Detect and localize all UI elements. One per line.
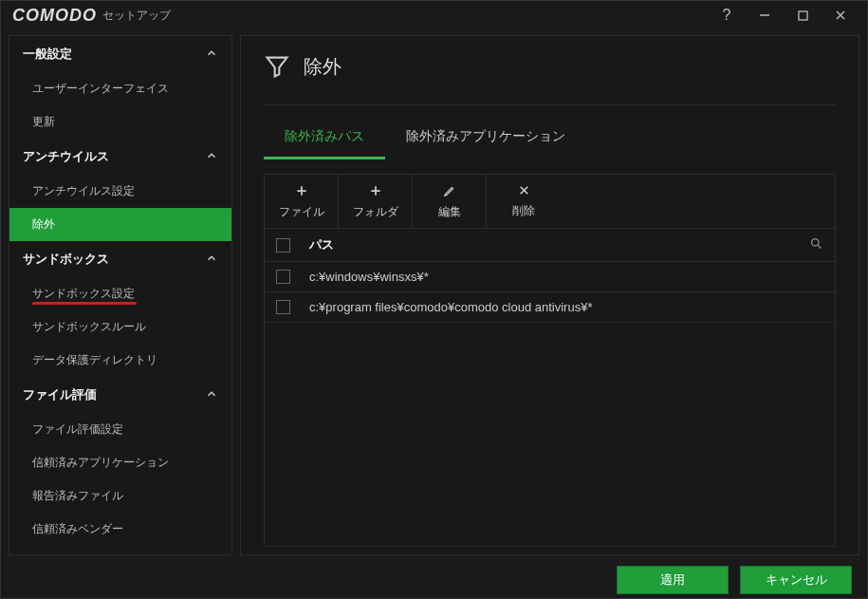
sidebar-section-header[interactable]: サンドボックス [9, 241, 231, 277]
sidebar-section-label: ファイル評価 [23, 386, 97, 403]
minimize-button[interactable] [746, 2, 784, 28]
sidebar-item[interactable]: サンドボックスルール [9, 310, 231, 344]
x-icon [518, 184, 530, 199]
sidebar-item[interactable]: 信頼済みアプリケーション [9, 446, 231, 479]
content-panel: 除外 除外済みパス除外済みアプリケーション ファイルフォルダ編集削除 パス c:… [240, 35, 859, 555]
sidebar-item-label: 除外 [32, 217, 55, 231]
help-button[interactable]: ? [708, 2, 746, 28]
column-path[interactable]: パス [309, 236, 809, 253]
row-path: c:¥program files¥comodo¥comodo cloud ant… [309, 300, 823, 314]
maximize-icon [798, 10, 808, 21]
svg-rect-0 [799, 11, 807, 20]
sidebar-item[interactable]: 信頼済みベンダー [9, 513, 231, 546]
sidebar-item-label: サンドボックス設定 [32, 287, 135, 300]
svg-point-1 [812, 239, 820, 247]
delete-button[interactable]: 削除 [487, 175, 561, 228]
logo-text: COMODO [12, 6, 97, 26]
chevron-up-icon [205, 149, 218, 165]
sidebar-section-label: サンドボックス [23, 251, 109, 268]
sidebar-item-label: データ保護ディレクトリ [32, 353, 157, 366]
tab[interactable]: 除外済みアプリケーション [385, 119, 586, 159]
minimize-icon [759, 9, 770, 21]
search-button[interactable] [809, 236, 823, 253]
add-folder-button[interactable]: フォルダ [339, 175, 413, 228]
sidebar-item[interactable]: データ保護ディレクトリ [9, 344, 231, 377]
tool-label: ファイル [279, 204, 324, 220]
sidebar-item[interactable]: ユーザーインターフェイス [9, 72, 231, 105]
sidebar-item[interactable]: 更新 [9, 105, 231, 139]
tool-label: 削除 [512, 203, 535, 219]
logo-subtitle: セットアップ [102, 8, 171, 24]
sidebar-item-label: ファイル評価設定 [32, 422, 123, 436]
sidebar-item-label: 信頼済みベンダー [32, 522, 123, 535]
sidebar-section-label: 一般設定 [23, 46, 72, 63]
sidebar-item[interactable]: 報告済みファイル [9, 479, 231, 513]
toolbar: ファイルフォルダ編集削除 [264, 174, 836, 229]
search-icon [809, 236, 823, 251]
table-header: パス [265, 229, 835, 262]
apply-button[interactable]: 適用 [617, 566, 729, 594]
close-button[interactable] [822, 2, 859, 28]
tab[interactable]: 除外済みパス [264, 119, 385, 159]
add-file-button[interactable]: ファイル [265, 175, 339, 228]
table-row[interactable]: c:¥windows¥winsxs¥* [265, 262, 835, 292]
maximize-button[interactable] [784, 2, 822, 28]
sidebar-item-label: 報告済みファイル [32, 489, 123, 502]
sidebar: 一般設定ユーザーインターフェイス更新アンチウイルスアンチウイルス設定除外サンドボ… [9, 35, 232, 555]
close-icon [835, 9, 846, 21]
titlebar: COMODO セットアップ ? [1, 1, 867, 29]
pencil-icon [443, 184, 456, 200]
edit-button[interactable]: 編集 [413, 175, 487, 228]
sidebar-item-label: ユーザーインターフェイス [32, 82, 169, 95]
sidebar-section-header[interactable]: 一般設定 [9, 36, 231, 72]
chevron-up-icon [205, 387, 218, 403]
chevron-up-icon [205, 47, 218, 63]
divider [264, 104, 836, 105]
tool-label: 編集 [438, 204, 461, 220]
sidebar-item-label: 信頼済みアプリケーション [32, 456, 169, 469]
row-checkbox[interactable] [276, 300, 290, 314]
sidebar-item-label: アンチウイルス設定 [32, 184, 135, 197]
filter-icon [264, 53, 290, 80]
footer: 適用 キャンセル [1, 561, 867, 599]
help-icon: ? [723, 7, 731, 24]
select-all-checkbox[interactable] [276, 238, 290, 253]
exclusion-table: パス c:¥windows¥winsxs¥*c:¥program files¥c… [264, 229, 836, 547]
row-checkbox[interactable] [276, 270, 290, 284]
plus-icon [369, 184, 382, 200]
sidebar-item[interactable]: 除外 [9, 208, 231, 241]
sidebar-section-header[interactable]: ファイル評価 [9, 377, 231, 413]
tool-label: フォルダ [353, 204, 398, 220]
sidebar-section-label: アンチウイルス [23, 148, 109, 165]
sidebar-item-label: 更新 [32, 115, 55, 128]
sidebar-item[interactable]: アンチウイルス設定 [9, 175, 231, 208]
sidebar-item[interactable]: ファイル評価設定 [9, 413, 231, 446]
chevron-up-icon [205, 252, 218, 268]
row-path: c:¥windows¥winsxs¥* [309, 270, 823, 284]
table-row[interactable]: c:¥program files¥comodo¥comodo cloud ant… [265, 292, 835, 323]
tabs: 除外済みパス除外済みアプリケーション [264, 119, 836, 160]
sidebar-item[interactable]: サンドボックス設定 [9, 277, 231, 310]
sidebar-section-header[interactable]: アンチウイルス [9, 139, 231, 175]
plus-icon [295, 184, 308, 200]
sidebar-item-label: サンドボックスルール [32, 320, 146, 333]
page-title: 除外 [304, 54, 342, 80]
cancel-button[interactable]: キャンセル [740, 566, 852, 594]
